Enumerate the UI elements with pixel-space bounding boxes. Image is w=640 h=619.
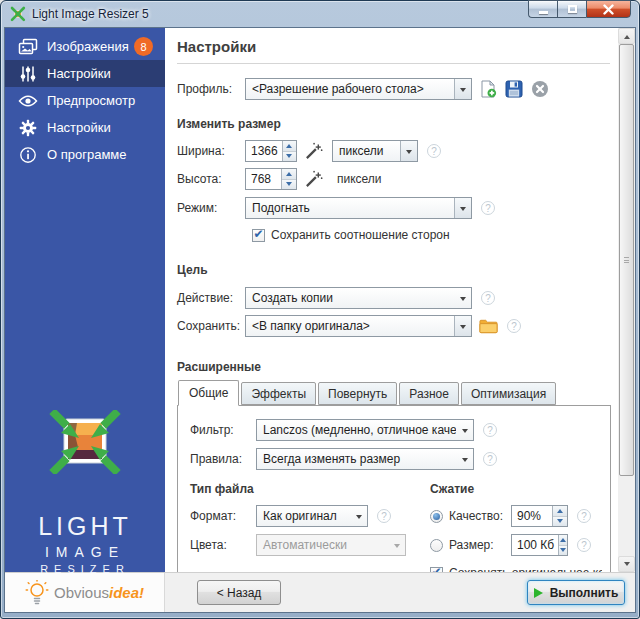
- height-label: Высота:: [177, 172, 245, 186]
- rules-select-arrow[interactable]: [456, 449, 473, 469]
- width-spinner: 1366: [245, 140, 297, 162]
- run-button[interactable]: Выполнить: [527, 580, 625, 605]
- sidebar-item-images[interactable]: Изображения 8: [5, 33, 165, 60]
- width-help-icon[interactable]: [427, 144, 441, 158]
- chevron-down-icon: [394, 544, 400, 551]
- keep-ratio-label: Сохранить соотношение сторон: [271, 228, 450, 242]
- profile-select-arrow[interactable]: [454, 79, 471, 99]
- sidebar-item-label: Настройки: [47, 120, 111, 135]
- rules-help-icon[interactable]: [483, 452, 497, 466]
- chevron-up-icon: [624, 32, 630, 39]
- mode-select-arrow[interactable]: [454, 198, 471, 218]
- size-spinner: 100 Кб: [511, 534, 568, 556]
- scroll-up-button[interactable]: [618, 28, 635, 44]
- save-to-select[interactable]: <В папку оригинала>: [245, 315, 472, 337]
- quality-help-icon[interactable]: [577, 509, 591, 523]
- images-icon: [18, 38, 38, 56]
- mode-select[interactable]: Подогнать: [245, 197, 472, 219]
- mode-help-icon[interactable]: [481, 201, 495, 215]
- action-help-icon[interactable]: [481, 291, 495, 305]
- action-select[interactable]: Создать копии: [245, 287, 472, 309]
- tab-optimization[interactable]: Оптимизация: [461, 382, 556, 405]
- size-radio[interactable]: [430, 539, 443, 552]
- new-profile-button[interactable]: [478, 79, 498, 99]
- chevron-down-icon: [460, 207, 466, 214]
- sidebar-item-about[interactable]: О программе: [5, 141, 165, 168]
- eye-icon: [18, 92, 38, 110]
- vertical-scrollbar[interactable]: [618, 28, 635, 572]
- sidebar-item-settings-app[interactable]: Настройки: [5, 114, 165, 141]
- tab-effects[interactable]: Эффекты: [241, 382, 316, 405]
- save-to-select-arrow[interactable]: [454, 316, 471, 336]
- action-label: Действие:: [177, 291, 245, 305]
- filetype-header: Тип файла: [190, 482, 430, 496]
- page-title: Настройки: [177, 38, 618, 55]
- size-spin-down[interactable]: [559, 546, 567, 556]
- width-wand-button[interactable]: [303, 141, 323, 161]
- resize-section-header: Изменить размер: [177, 117, 618, 131]
- filter-help-icon[interactable]: [483, 423, 497, 437]
- delete-icon: [531, 80, 549, 98]
- tab-general[interactable]: Общие: [178, 380, 239, 406]
- filter-select[interactable]: Lanczos (медленно, отличное качество): [256, 419, 474, 441]
- profile-select[interactable]: <Разрешение рабочего стола>: [245, 78, 472, 100]
- sidebar-item-preview[interactable]: Предпросмотр: [5, 87, 165, 114]
- format-help-icon[interactable]: [377, 509, 391, 523]
- action-select-arrow[interactable]: [454, 288, 471, 308]
- height-wand-button[interactable]: [303, 169, 323, 189]
- quality-spinner: 90%: [511, 505, 568, 527]
- quality-spin-up[interactable]: [553, 506, 567, 517]
- keep-ratio-checkbox[interactable]: [252, 229, 265, 242]
- rules-select[interactable]: Всегда изменять размер: [256, 448, 474, 470]
- new-profile-icon: [479, 80, 497, 98]
- logo-text-light: LIGHT: [5, 512, 165, 541]
- scroll-down-button[interactable]: [618, 556, 635, 572]
- chevron-down-icon: [624, 562, 630, 569]
- maximize-button[interactable]: [557, 0, 586, 18]
- sidebar-item-settings-profile[interactable]: Настройки: [5, 60, 165, 87]
- back-button[interactable]: < Назад: [197, 580, 281, 605]
- logo-text-resizer: RESIZER: [5, 563, 165, 575]
- magic-wand-icon: [304, 170, 323, 189]
- quality-spin-down[interactable]: [553, 517, 567, 527]
- filter-select-arrow[interactable]: [456, 420, 473, 440]
- advanced-section-header: Расширенные: [177, 360, 618, 374]
- tab-misc[interactable]: Разное: [399, 382, 459, 405]
- size-spin-up[interactable]: [559, 535, 567, 546]
- format-select-arrow[interactable]: [350, 506, 367, 526]
- width-spin-down[interactable]: [283, 152, 296, 162]
- rules-label: Правила:: [190, 452, 256, 466]
- quality-label: Качество:: [449, 509, 507, 523]
- app-logo-icon: [47, 410, 123, 474]
- delete-profile-button[interactable]: [530, 79, 550, 99]
- width-input[interactable]: 1366: [246, 141, 282, 161]
- minimize-button[interactable]: [528, 0, 557, 18]
- height-input[interactable]: 768: [246, 169, 281, 189]
- size-help-icon[interactable]: [577, 538, 591, 552]
- format-select[interactable]: Как оригинал: [256, 505, 368, 527]
- play-icon: [534, 588, 543, 598]
- units-select-arrow[interactable]: [400, 141, 417, 161]
- close-button[interactable]: [586, 0, 631, 18]
- sidebar-item-label: Предпросмотр: [47, 93, 135, 108]
- app-icon: [10, 6, 26, 22]
- tab-rotate[interactable]: Повернуть: [318, 382, 397, 405]
- quality-radio[interactable]: [430, 510, 443, 523]
- units-select[interactable]: пиксели: [332, 140, 418, 162]
- keep-original-checkbox[interactable]: [430, 567, 443, 573]
- save-to-help-icon[interactable]: [507, 319, 521, 333]
- save-profile-button[interactable]: [504, 79, 524, 99]
- size-input[interactable]: 100 Кб: [512, 535, 558, 555]
- filter-label: Фильтр:: [190, 423, 256, 437]
- scrollbar-thumb[interactable]: [619, 44, 634, 476]
- gear-icon: [18, 119, 38, 137]
- colors-select: Автоматически: [256, 534, 406, 556]
- width-spin-up[interactable]: [283, 141, 296, 152]
- height-spin-down[interactable]: [282, 180, 296, 190]
- browse-folder-button[interactable]: [478, 316, 498, 336]
- advanced-tabs: Общие Эффекты Повернуть Разное Оптимизац…: [178, 382, 618, 405]
- sidebar: Изображения 8 Настройки: [5, 28, 165, 572]
- height-spin-up[interactable]: [282, 169, 296, 180]
- title-bar[interactable]: Light Image Resizer 5: [4, 1, 636, 27]
- quality-input[interactable]: 90%: [512, 506, 552, 526]
